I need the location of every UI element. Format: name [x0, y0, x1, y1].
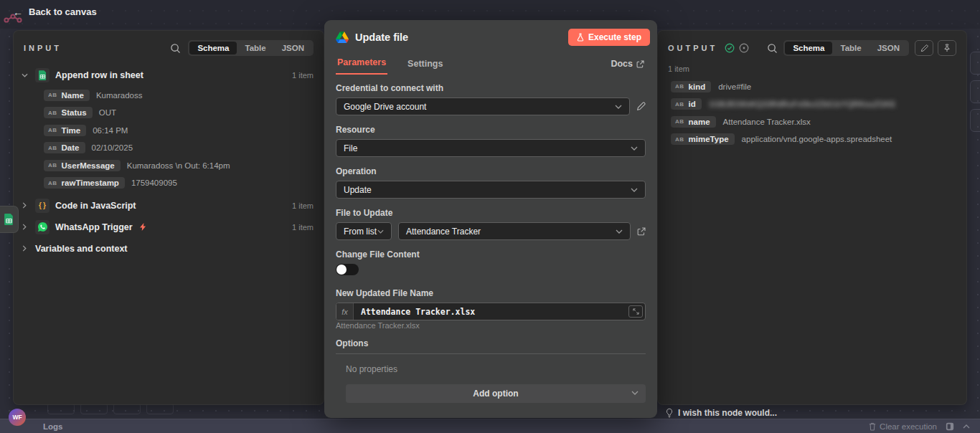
- chevron-up-icon[interactable]: [963, 424, 970, 429]
- output-item-count: 1 item: [658, 56, 966, 73]
- expression-fx-icon[interactable]: fx: [336, 303, 354, 320]
- file-to-update-label: File to Update: [336, 208, 646, 218]
- pencil-icon[interactable]: [636, 102, 646, 111]
- options-label: Options: [336, 338, 646, 348]
- clear-execution-label: Clear execution: [880, 422, 937, 431]
- schema-node-code[interactable]: { } Code in JavaScript 1 item: [19, 198, 314, 214]
- open-expression-editor-button[interactable]: [628, 305, 643, 318]
- clear-execution-button[interactable]: Clear execution: [869, 422, 937, 431]
- tab-json[interactable]: JSON: [870, 42, 908, 54]
- chevron-down-icon: [615, 105, 622, 109]
- wish-label: I wish this node would...: [678, 408, 777, 418]
- tab-json[interactable]: JSON: [274, 42, 312, 54]
- chevron-down-icon: [631, 188, 638, 192]
- execute-step-label: Execute step: [588, 32, 641, 42]
- tab-settings[interactable]: Settings: [406, 54, 444, 75]
- chevron-down-icon: [377, 229, 384, 234]
- add-option-label: Add option: [473, 389, 518, 399]
- string-type-icon: AB: [48, 145, 57, 151]
- tab-parameters[interactable]: Parameters: [336, 53, 387, 75]
- back-to-canvas[interactable]: ← Back to canvas: [13, 6, 97, 17]
- back-label: Back to canvas: [29, 6, 97, 17]
- new-file-name-value[interactable]: Attendance Tracker.xlsx: [354, 307, 628, 317]
- new-file-name-input[interactable]: fx Attendance Tracker.xlsx: [336, 303, 646, 320]
- field-key: kind: [689, 82, 706, 91]
- field-value: Kumaradoss \n Out: 6:14pm: [127, 161, 230, 170]
- output-panel: OUTPUT Schema Table JSON: [657, 30, 967, 405]
- node-title: Update file: [355, 32, 562, 43]
- add-option-button[interactable]: Add option: [346, 384, 646, 403]
- tab-schema[interactable]: Schema: [189, 42, 237, 54]
- schema-node-variables[interactable]: Variables and context: [19, 241, 314, 257]
- input-node-tab[interactable]: [0, 206, 19, 233]
- operation-select[interactable]: Update: [336, 181, 646, 199]
- schema-field-date[interactable]: ABDate 02/10/2025: [44, 142, 314, 154]
- docs-link[interactable]: Docs: [611, 59, 644, 75]
- schema-field-usermessage[interactable]: ABUserMessage Kumaradoss \n Out: 6:14pm: [44, 159, 314, 171]
- change-file-content-toggle[interactable]: [336, 264, 359, 275]
- output-schema-tree: ABkind drive#file ABid 1GBJ81WsKQ33RdRuF…: [658, 73, 966, 146]
- output-field-kind[interactable]: ABkind drive#file: [671, 80, 956, 92]
- new-file-name-hint: Attendance Tracker.xlsx: [336, 321, 646, 330]
- credential-value: Google Drive account: [344, 102, 426, 112]
- tab-table[interactable]: Table: [237, 42, 273, 54]
- logs-bar[interactable]: Logs Clear execution: [0, 419, 980, 433]
- chevron-right-icon[interactable]: [22, 245, 27, 252]
- back-arrow-icon: ←: [13, 7, 23, 17]
- chevron-right-icon[interactable]: [22, 224, 27, 230]
- avatar-initials: WF: [12, 414, 22, 421]
- schema-field-time[interactable]: ABTime 06:14 PM: [44, 124, 314, 136]
- node-detail-modal: Update file Execute step Parameters Sett…: [324, 20, 657, 418]
- schema-field-rawtimestamp[interactable]: ABrawTimestamp 1759409095: [44, 177, 314, 189]
- string-type-icon: AB: [48, 110, 57, 116]
- pin-data-button[interactable]: [938, 40, 956, 56]
- tab-table[interactable]: Table: [832, 42, 869, 54]
- input-panel: INPUT Schema Table JSON Append row in sh…: [13, 30, 324, 405]
- flask-icon: [577, 33, 584, 42]
- field-value: application/vnd.google-apps.spreadsheet: [742, 135, 892, 143]
- field-key: Status: [62, 108, 87, 117]
- node-feedback-link[interactable]: I wish this node would...: [666, 408, 777, 418]
- string-type-icon: AB: [675, 101, 684, 108]
- docs-label: Docs: [611, 59, 633, 69]
- output-field-id[interactable]: ABid 1GBJ81WsKQ33RdRuFx0kv2Zk0JzYQRKsuZG…: [671, 98, 956, 110]
- avatar[interactable]: WF: [9, 409, 26, 426]
- field-key: Date: [62, 143, 80, 152]
- field-value: 06:14 PM: [93, 126, 128, 135]
- string-type-icon: AB: [48, 127, 57, 133]
- file-mode-select[interactable]: From list: [336, 222, 392, 240]
- input-view-tabs: Schema Table JSON: [188, 40, 314, 56]
- toggle-knob: [336, 265, 347, 275]
- schema-node-append-row[interactable]: Append row in sheet 1 item: [19, 67, 314, 83]
- chevron-down-icon[interactable]: [22, 73, 28, 77]
- resource-select[interactable]: File: [336, 139, 646, 157]
- string-type-icon: AB: [48, 162, 57, 168]
- output-field-mimetype[interactable]: ABmimeType application/vnd.google-apps.s…: [671, 133, 956, 146]
- field-value: OUT: [99, 108, 116, 117]
- tab-schema[interactable]: Schema: [785, 42, 832, 54]
- credential-select[interactable]: Google Drive account: [336, 97, 630, 115]
- node-name: WhatsApp Trigger: [55, 222, 133, 232]
- schema-field-name[interactable]: ABName Kumaradoss: [44, 89, 314, 101]
- field-value: 1759409095: [131, 179, 177, 187]
- resource-label: Resource: [336, 125, 646, 135]
- search-icon[interactable]: [170, 43, 181, 54]
- chevron-down-icon: [616, 229, 623, 234]
- string-type-icon: AB: [675, 83, 684, 90]
- schema-field-status[interactable]: ABStatus OUT: [44, 107, 314, 119]
- canvas-node-outline: [970, 109, 980, 132]
- edit-output-button[interactable]: [915, 40, 933, 56]
- file-value: Attendance Tracker: [406, 227, 481, 237]
- chevron-right-icon[interactable]: [22, 202, 27, 209]
- schema-node-whatsapp[interactable]: WhatsApp Trigger 1 item: [19, 219, 314, 235]
- execute-step-button[interactable]: Execute step: [568, 29, 650, 46]
- file-mode-value: From list: [344, 227, 377, 237]
- open-logs-panel-icon[interactable]: [946, 422, 954, 431]
- chevron-down-icon: [631, 391, 639, 395]
- field-value: drive#file: [718, 82, 751, 91]
- field-value: 02/10/2025: [92, 143, 133, 152]
- open-file-external-icon[interactable]: [637, 227, 646, 236]
- search-icon[interactable]: [767, 43, 778, 54]
- file-select[interactable]: Attendance Tracker: [398, 222, 631, 240]
- output-field-name[interactable]: ABname Attendance Tracker.xlsx: [671, 115, 956, 128]
